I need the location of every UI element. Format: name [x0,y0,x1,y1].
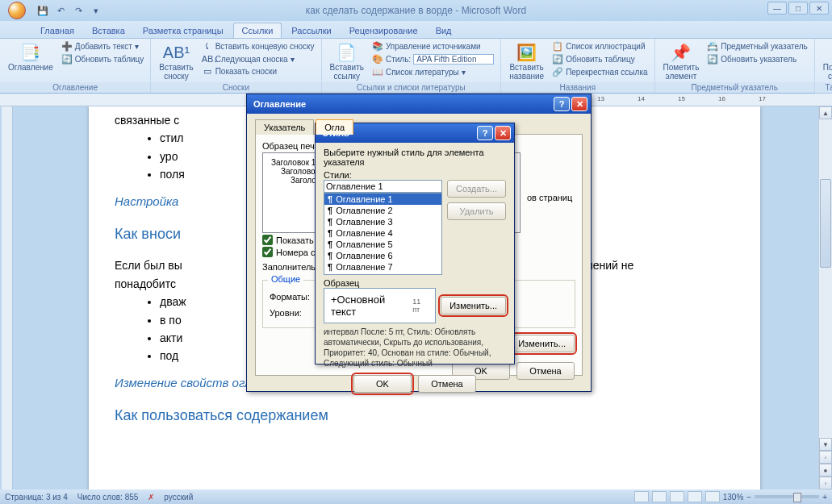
mark-citation-button[interactable]: ⚖️ Пометить ссылку [820,40,832,82]
prev-page-icon[interactable]: ◦ [819,451,832,464]
manage-icon: 📚 [372,41,383,52]
tab-toc[interactable]: Огла [316,119,353,135]
scroll-thumb[interactable] [820,179,831,268]
style-description: интервал После: 5 пт, Стиль: Обновлять а… [324,327,506,369]
list-item: ¶Оглавление 4 [324,227,441,239]
status-language[interactable]: русский [164,493,193,502]
group-citations: 📄 Вставить ссылку 📚Управление источникам… [322,39,502,93]
style-modify-button[interactable]: Изменить... [441,297,506,314]
styles-listbox[interactable]: ¶Оглавление 1 ¶Оглавление 2 ¶Оглавление … [324,193,442,275]
undo-icon[interactable]: ↶ [53,3,68,18]
scrollbar-vertical[interactable]: ▲ ▼ ◦ ● ◦ [818,106,832,489]
style-icon: 🎨 [372,54,383,65]
insert-endnote-button[interactable]: ⤹Вставить концевую сноску [200,40,316,52]
list-item: ¶Оглавление 5 [324,239,441,250]
style-ok-button[interactable]: OK [353,375,412,393]
redo-icon[interactable]: ↷ [71,3,86,18]
bibliography-button[interactable]: 📖Список литературы ▾ [370,66,495,78]
dialog-titlebar[interactable]: Оглавление ? ✕ [247,94,591,114]
browse-object-icon[interactable]: ● [819,464,832,477]
dialog-title: Оглавление [253,99,306,109]
view-read-icon[interactable] [652,491,667,502]
scroll-up-icon[interactable]: ▲ [819,106,832,119]
zoom-level[interactable]: 130% [723,493,744,502]
mark-entry-button[interactable]: 📌 Пометить элемент [660,40,703,82]
status-words[interactable]: Число слов: 855 [77,493,139,502]
next-footnote-button[interactable]: AB↓Следующая сноска ▾ [200,53,316,65]
zoom-in-icon[interactable]: + [822,493,827,502]
view-print-icon[interactable] [634,491,649,502]
toc-cancel-button[interactable]: Отмена [516,362,575,380]
restore-button[interactable]: □ [788,2,808,15]
qat-customize-icon[interactable]: ▾ [89,3,103,18]
minimize-button[interactable]: — [767,2,787,15]
toc-modify-button[interactable]: Изменить... [509,335,575,352]
refresh-icon: 🔄 [707,54,718,65]
group-index: 📌 Пометить элемент 📇Предметный указатель… [655,39,815,93]
tab-references[interactable]: Ссылки [233,23,282,38]
insert-index-button[interactable]: 📇Предметный указатель [705,40,809,52]
tab-home[interactable]: Главная [32,23,82,38]
view-web-icon[interactable] [670,491,684,502]
group-label: Оглавление [0,82,150,93]
close-button[interactable]: ✕ [809,2,829,15]
figures-list-button[interactable]: 📋Список иллюстраций [550,40,649,52]
next-page-icon[interactable]: ◦ [819,477,832,489]
group-label: Ссылки и списки литературы [322,82,501,93]
ruler-vertical[interactable] [2,106,13,489]
update-toc-button[interactable]: 🔄Обновить таблицу [60,53,146,65]
update-captions-button[interactable]: 🔄Обновить таблицу [550,53,649,65]
citation-icon: 📄 [337,42,357,63]
list-item: ¶Оглавление 7 [324,261,441,273]
delete-style-button[interactable]: Удалить [447,202,506,220]
tab-mailings[interactable]: Рассылки [283,23,339,38]
title-bar: 💾 ↶ ↷ ▾ как сделать содержание в ворде -… [0,0,832,21]
close-icon[interactable]: ✕ [571,97,587,111]
insert-caption-button[interactable]: 🖼️ Вставить название [506,40,547,82]
office-button[interactable] [3,0,31,21]
list-item: ¶Оглавление 6 [324,250,441,261]
group-label: Предметный указатель [655,82,814,93]
group-toc: 📑 Оглавление ➕Добавить текст ▾ 🔄Обновить… [0,39,151,93]
proofing-icon[interactable]: ✗ [148,493,154,502]
insert-citation-button[interactable]: 📄 Вставить ссылку [327,40,367,82]
tab-insert[interactable]: Вставка [84,23,133,38]
heading: Как пользоваться содержанием [115,404,734,427]
save-icon[interactable]: 💾 [36,3,50,18]
style-name-input[interactable] [324,180,442,193]
insert-footnote-button[interactable]: AB¹ Вставить сноску [156,40,196,82]
tab-view[interactable]: Вид [428,23,460,38]
cross-ref-button[interactable]: 🔗Перекрестная ссылка [550,66,649,78]
tab-index[interactable]: Указатель [255,119,314,135]
add-text-button[interactable]: ➕Добавить текст ▾ [60,40,146,52]
style-select[interactable]: APA Fifth Edition [413,54,494,65]
help-button[interactable]: ? [477,126,493,140]
status-page[interactable]: Страница: 3 из 4 [5,493,68,502]
show-icon: ▭ [202,66,213,77]
new-style-button[interactable]: Создать... [447,180,506,198]
style-cancel-button[interactable]: Отмена [418,375,476,393]
close-icon[interactable]: ✕ [495,126,511,140]
list-item: ¶Оглавление 3 [324,216,441,227]
group-footnotes: AB¹ Вставить сноску ⤹Вставить концевую с… [151,39,321,93]
zoom-out-icon[interactable]: − [746,493,751,502]
scroll-down-icon[interactable]: ▼ [819,438,832,451]
help-button[interactable]: ? [554,97,570,111]
footnote-icon: AB¹ [163,42,190,63]
zoom-slider[interactable] [755,495,819,498]
manage-sources-button[interactable]: 📚Управление источниками [370,40,495,52]
group-label: Названия [501,82,654,93]
list-item: ¶Оглавление 8 [324,273,441,275]
view-outline-icon[interactable] [688,491,702,502]
show-footnotes-button[interactable]: ▭Показать сноски [200,65,316,77]
view-draft-icon[interactable] [705,491,720,502]
tab-layout[interactable]: Разметка страницы [135,23,232,38]
list-item: ¶Оглавление 1 [324,194,441,205]
citation-style[interactable]: 🎨Стиль: APA Fifth Edition [370,53,495,65]
tab-review[interactable]: Рецензирование [341,23,426,38]
endnote-icon: ⤹ [202,41,213,52]
sample-label: Образец [324,278,506,288]
group-captions: 🖼️ Вставить название 📋Список иллюстраций… [501,39,654,93]
update-index-button[interactable]: 🔄Обновить указатель [705,53,809,65]
toc-button[interactable]: 📑 Оглавление [5,40,56,73]
